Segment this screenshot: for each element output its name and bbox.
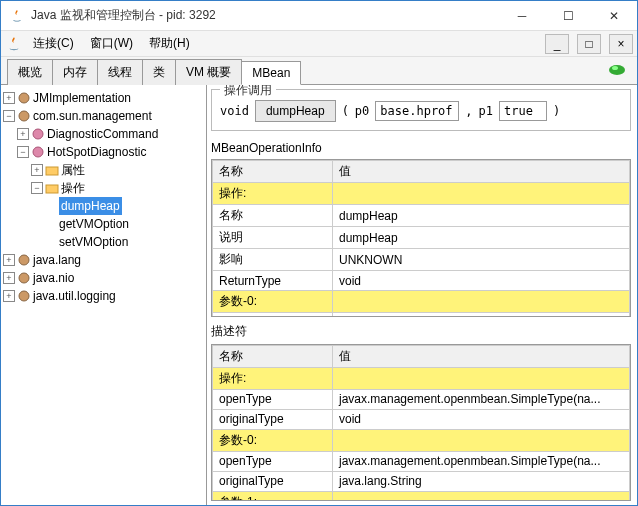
svg-point-5 xyxy=(33,147,43,157)
table-row[interactable]: 名称dumpHeap xyxy=(213,205,630,227)
bean-icon xyxy=(17,253,31,267)
table-row[interactable]: 影响UNKNOWN xyxy=(213,249,630,271)
invoke-button[interactable]: dumpHeap xyxy=(255,100,336,122)
mdi-maximize-button[interactable]: □ xyxy=(577,34,601,54)
svg-point-9 xyxy=(19,273,29,283)
connection-status-icon xyxy=(607,63,627,77)
table-row[interactable]: 操作: xyxy=(213,183,630,205)
operation-invoke-group: 操作调用 void dumpHeap ( p0 , p1 ) xyxy=(211,89,631,131)
tree-op-getvmoption[interactable]: getVMOption xyxy=(59,215,129,233)
col-name[interactable]: 名称 xyxy=(213,161,333,183)
mdi-close-button[interactable]: × xyxy=(609,34,633,54)
svg-point-2 xyxy=(19,93,29,103)
expand-icon[interactable]: + xyxy=(31,164,43,176)
param1-input[interactable] xyxy=(499,101,547,121)
table-row[interactable]: originalTypejava.lang.String xyxy=(213,471,630,491)
menu-window[interactable]: 窗口(W) xyxy=(84,33,139,54)
bean-icon xyxy=(17,271,31,285)
java-icon xyxy=(5,35,23,53)
window-title: Java 监视和管理控制台 - pid: 3292 xyxy=(31,7,499,24)
table-row[interactable]: 参数-0: xyxy=(213,429,630,451)
desc-label: 描述符 xyxy=(211,323,631,340)
bean-icon xyxy=(31,127,45,141)
bean-icon xyxy=(17,109,31,123)
col-value[interactable]: 值 xyxy=(333,161,630,183)
collapse-icon[interactable]: − xyxy=(17,146,29,158)
tab-memory[interactable]: 内存 xyxy=(52,59,98,85)
return-type: void xyxy=(220,104,249,118)
expand-icon[interactable]: + xyxy=(3,290,15,302)
table-row[interactable]: openTypejavax.management.openmbean.Simpl… xyxy=(213,451,630,471)
tab-threads[interactable]: 线程 xyxy=(97,59,143,85)
desc-table[interactable]: 名称 值 操作:openTypejavax.management.openmbe… xyxy=(211,344,631,502)
table-row[interactable]: 名称p0 xyxy=(213,313,630,317)
java-icon xyxy=(9,8,25,24)
table-row[interactable]: 操作: xyxy=(213,367,630,389)
table-row[interactable]: 参数-0: xyxy=(213,291,630,313)
mdi-minimize-button[interactable]: _ xyxy=(545,34,569,54)
svg-rect-7 xyxy=(46,185,58,193)
bean-icon xyxy=(17,289,31,303)
col-name[interactable]: 名称 xyxy=(213,345,333,367)
table-row[interactable]: ReturnTypevoid xyxy=(213,271,630,291)
param0-label: p0 xyxy=(355,104,369,118)
table-row[interactable]: openTypejavax.management.openmbean.Simpl… xyxy=(213,389,630,409)
collapse-icon[interactable]: − xyxy=(3,110,15,122)
close-button[interactable]: ✕ xyxy=(591,1,637,31)
svg-point-0 xyxy=(609,65,625,75)
folder-icon xyxy=(45,163,59,177)
svg-point-3 xyxy=(19,111,29,121)
col-value[interactable]: 值 xyxy=(333,345,630,367)
folder-icon xyxy=(45,181,59,195)
svg-point-1 xyxy=(612,66,618,70)
tab-mbean[interactable]: MBean xyxy=(241,61,301,85)
bean-icon xyxy=(31,145,45,159)
tab-vmsummary[interactable]: VM 概要 xyxy=(175,59,242,85)
tree-op-setvmoption[interactable]: setVMOption xyxy=(59,233,128,251)
svg-point-10 xyxy=(19,291,29,301)
param1-label: p1 xyxy=(479,104,493,118)
group-legend: 操作调用 xyxy=(220,85,276,99)
mbean-tree[interactable]: +JMImplementation −com.sun.management +D… xyxy=(1,85,207,505)
tabbar: 概览 内存 线程 类 VM 概要 MBean xyxy=(1,57,637,85)
titlebar: Java 监视和管理控制台 - pid: 3292 ─ ☐ ✕ xyxy=(1,1,637,31)
tab-classes[interactable]: 类 xyxy=(142,59,176,85)
expand-icon[interactable]: + xyxy=(17,128,29,140)
table-row[interactable]: 参数-1: xyxy=(213,491,630,501)
bean-icon xyxy=(17,91,31,105)
table-row[interactable]: originalTypevoid xyxy=(213,409,630,429)
menu-connect[interactable]: 连接(C) xyxy=(27,33,80,54)
svg-point-4 xyxy=(33,129,43,139)
collapse-icon[interactable]: − xyxy=(31,182,43,194)
opinfo-label: MBeanOperationInfo xyxy=(211,141,631,155)
param0-input[interactable] xyxy=(375,101,459,121)
svg-rect-6 xyxy=(46,167,58,175)
maximize-button[interactable]: ☐ xyxy=(545,1,591,31)
menubar: 连接(C) 窗口(W) 帮助(H) _ □ × xyxy=(1,31,637,57)
minimize-button[interactable]: ─ xyxy=(499,1,545,31)
expand-icon[interactable]: + xyxy=(3,272,15,284)
table-row[interactable]: 说明dumpHeap xyxy=(213,227,630,249)
expand-icon[interactable]: + xyxy=(3,254,15,266)
opinfo-table[interactable]: 名称 值 操作:名称dumpHeap说明dumpHeap影响UNKNOWNRet… xyxy=(211,159,631,317)
svg-point-8 xyxy=(19,255,29,265)
tab-overview[interactable]: 概览 xyxy=(7,59,53,85)
expand-icon[interactable]: + xyxy=(3,92,15,104)
tree-op-dumpheap[interactable]: dumpHeap xyxy=(59,197,122,215)
menu-help[interactable]: 帮助(H) xyxy=(143,33,196,54)
